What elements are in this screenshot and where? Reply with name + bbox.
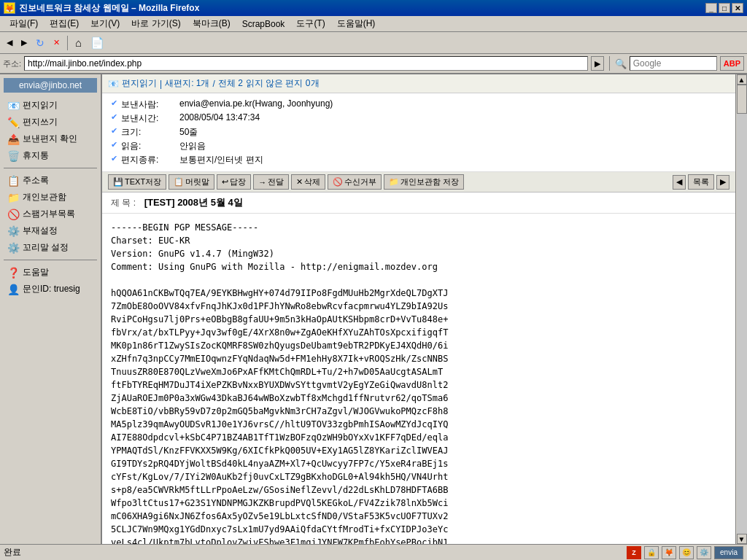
sidebar-label-read-mail: 편지읽기 bbox=[23, 99, 58, 112]
sidebar-item-help[interactable]: ❓ 도움말 bbox=[4, 265, 97, 280]
addressbook-icon: 📋 bbox=[7, 175, 20, 187]
absence-icon: ⚙️ bbox=[7, 225, 20, 237]
forward-icon: → bbox=[258, 178, 266, 187]
subject-bar: 제 목 : [TEST] 2008년 5월 4일 bbox=[102, 192, 735, 214]
email-header-total: 전체 2 bbox=[218, 77, 243, 90]
block-icon: 🚫 bbox=[333, 177, 343, 187]
scroll-thumb[interactable] bbox=[737, 85, 747, 114]
titlebar-icon: 🦊 bbox=[4, 2, 15, 14]
titlebar-controls[interactable]: _ □ ✕ bbox=[705, 3, 743, 13]
menu-help[interactable]: 도움말(H) bbox=[331, 16, 382, 31]
sidebar: envia@jinbo.net 📧 편지읽기 ✏️ 편지쓰기 📤 보낸편지 확인… bbox=[0, 74, 102, 544]
scroll-down-button[interactable]: ▼ bbox=[737, 534, 747, 544]
btn-header[interactable]: 📋 머릿말 bbox=[169, 174, 214, 190]
lock-icon: 🔒 bbox=[644, 546, 659, 559]
maximize-button[interactable]: □ bbox=[719, 3, 730, 13]
meta-read-row: ✔ 읽음: 안읽음 bbox=[111, 139, 727, 153]
back-button[interactable]: ◀ bbox=[3, 34, 16, 52]
sidebar-label-help: 도움말 bbox=[23, 266, 49, 279]
email-toolbar: 💾 TEXT저장 📋 머릿말 ↩ 답장 → 전달 ✕ 삭제 🚫 수신거부 bbox=[102, 172, 735, 192]
search-input[interactable] bbox=[630, 56, 717, 71]
main-layout: envia@jinbo.net 📧 편지읽기 ✏️ 편지쓰기 📤 보낸편지 확인… bbox=[0, 74, 747, 544]
meta-sender-value: envia@envia.pe.kr(Hwang, Joonhyung) bbox=[179, 98, 333, 111]
titlebar-left: 🦊 진보네트워크 참세상 웹메일 – Mozilla Firefox bbox=[4, 2, 199, 15]
sidebar-item-spam[interactable]: 🚫 스팸거부목록 bbox=[4, 206, 97, 222]
meta-type-value: 보통편지/인터넷 편지 bbox=[179, 154, 263, 166]
user-badge: envia@jinbo.net bbox=[4, 78, 97, 93]
reply-label: 답장 bbox=[230, 176, 246, 187]
sidebar-sep-2 bbox=[4, 260, 97, 260]
prev-mail-button[interactable]: ◀ bbox=[673, 175, 686, 190]
meta-type-row: ✔ 편지종류: 보통편지/인터넷 편지 bbox=[111, 153, 727, 167]
menu-tools[interactable]: 도구(T) bbox=[290, 16, 330, 31]
reload-button[interactable]: ↻ bbox=[32, 34, 48, 52]
header-label: 머릿말 bbox=[185, 176, 209, 187]
sidebar-label-uid: 문인ID: truesig bbox=[23, 283, 80, 295]
delete-label: 삭제 bbox=[304, 176, 320, 187]
sidebar-item-trash[interactable]: 🗑️ 휴지통 bbox=[4, 148, 97, 163]
scrollbar[interactable]: ▲ ▼ bbox=[735, 74, 747, 544]
scroll-track[interactable] bbox=[737, 85, 747, 534]
read-mail-icon: 📧 bbox=[7, 100, 20, 112]
btn-text-save[interactable]: 💾 TEXT저장 bbox=[108, 174, 166, 190]
sidebar-label-addressbook: 주소록 bbox=[23, 174, 49, 187]
menu-bookmarks[interactable]: 북마크(B) bbox=[187, 16, 236, 31]
delete-icon: ✕ bbox=[296, 177, 303, 187]
firefox-icon: 🦊 bbox=[662, 546, 676, 559]
reply-icon: ↩ bbox=[222, 177, 228, 187]
subject-label: 제 목 : bbox=[111, 198, 136, 208]
home-button[interactable]: ⌂ bbox=[71, 34, 85, 52]
forward-button[interactable]: ▶ bbox=[18, 34, 31, 52]
stop-button[interactable]: ✕ bbox=[50, 34, 63, 52]
menu-view[interactable]: 보기(V) bbox=[85, 16, 125, 31]
sidebar-item-sent[interactable]: 📤 보낸편지 확인 bbox=[4, 131, 97, 147]
email-header-sep2: / bbox=[212, 79, 214, 89]
text-save-icon: 💾 bbox=[113, 177, 123, 187]
btn-personal-save[interactable]: 📁 개인보관함 저장 bbox=[384, 174, 464, 190]
scroll-up-button[interactable]: ▲ bbox=[737, 74, 747, 85]
minimize-button[interactable]: _ bbox=[705, 3, 717, 13]
email-header-text: 편지읽기 bbox=[122, 77, 157, 90]
content-area: 📧 편지읽기 | 새편지: 1개 / 전체 2 읽지 않은 편지 0개 ✔ 보낸… bbox=[102, 74, 735, 544]
menu-scrapbook[interactable]: ScrapBook bbox=[236, 18, 291, 31]
btn-forward[interactable]: → 전달 bbox=[253, 174, 289, 190]
btn-block[interactable]: 🚫 수신거부 bbox=[328, 174, 382, 190]
sidebar-sep-1 bbox=[4, 168, 97, 168]
statusbar: 완료 Z 🔒 🦊 😊 ⚙️ envia bbox=[0, 544, 747, 560]
menu-goto[interactable]: 바로 가기(S) bbox=[125, 16, 186, 31]
sidebar-label-personal: 개인보관함 bbox=[23, 191, 66, 203]
sidebar-item-personal[interactable]: 📁 개인보관함 bbox=[4, 190, 97, 205]
sent-icon: 📤 bbox=[7, 133, 20, 145]
go-button[interactable]: ▶ bbox=[591, 56, 604, 71]
smiley-icon: 😊 bbox=[679, 546, 694, 559]
sidebar-item-signature[interactable]: ⚙️ 꼬리말 설정 bbox=[4, 240, 97, 255]
menu-edit[interactable]: 편집(E) bbox=[44, 16, 85, 31]
subject-text: [TEST] 2008년 5월 4일 bbox=[144, 197, 243, 208]
address-input[interactable] bbox=[24, 56, 588, 71]
sidebar-item-uid[interactable]: 👤 문인ID: truesig bbox=[4, 281, 97, 297]
btn-list[interactable]: 목록 bbox=[688, 174, 714, 190]
sidebar-label-signature: 꼬리말 설정 bbox=[23, 241, 69, 254]
close-button[interactable]: ✕ bbox=[732, 3, 743, 13]
statusbar-text: 완료 bbox=[4, 546, 21, 559]
meta-sender-row: ✔ 보낸사람: envia@envia.pe.kr(Hwang, Joonhyu… bbox=[111, 98, 727, 112]
user-status-icon: envia bbox=[714, 546, 743, 559]
btn-reply[interactable]: ↩ 답장 bbox=[217, 174, 251, 190]
sidebar-item-addressbook[interactable]: 📋 주소록 bbox=[4, 173, 97, 188]
sidebar-item-write-mail[interactable]: ✏️ 편지쓰기 bbox=[4, 114, 97, 130]
bookmark-button[interactable]: 📄 bbox=[87, 34, 108, 52]
sidebar-item-read-mail[interactable]: 📧 편지읽기 bbox=[4, 98, 97, 113]
meta-check-size: ✔ bbox=[111, 126, 117, 139]
meta-read-value: 안읽음 bbox=[179, 140, 206, 152]
sidebar-label-spam: 스팸거부목록 bbox=[23, 208, 75, 220]
addressbar: 주소: ▶ 🔍 ABP bbox=[0, 54, 747, 74]
meta-check-read: ✔ bbox=[111, 140, 117, 152]
search-button[interactable]: ABP bbox=[720, 56, 744, 71]
next-mail-button[interactable]: ▶ bbox=[716, 175, 729, 190]
sidebar-item-absence[interactable]: ⚙️ 부재설정 bbox=[4, 223, 97, 238]
btn-delete[interactable]: ✕ 삭제 bbox=[291, 174, 325, 190]
personal-save-label: 개인보관함 저장 bbox=[400, 176, 459, 187]
titlebar-title: 진보네트워크 참세상 웹메일 – Mozilla Firefox bbox=[19, 2, 199, 15]
sidebar-label-write-mail: 편지쓰기 bbox=[23, 116, 58, 128]
menu-file[interactable]: 파일(F) bbox=[4, 16, 44, 31]
